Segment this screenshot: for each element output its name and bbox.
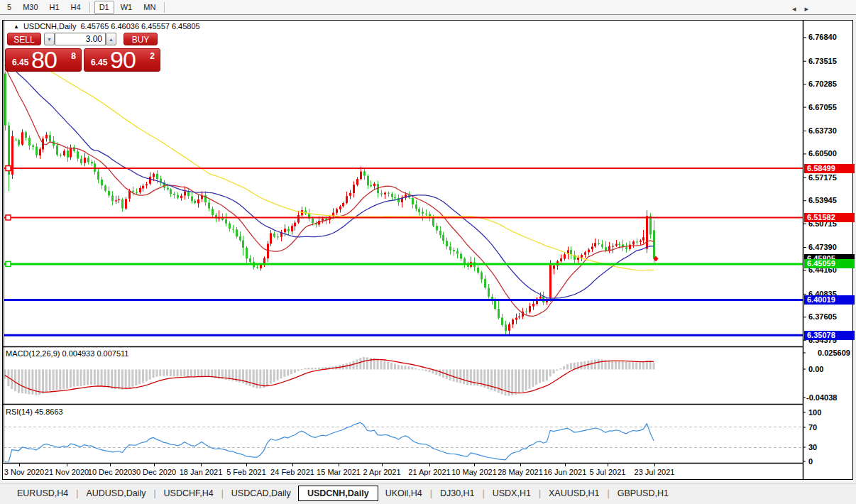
- rsi-axis-label: 30: [808, 443, 817, 452]
- price-tick-label: 6.76840: [808, 33, 837, 42]
- buy-price-prefix: 6.45: [91, 57, 107, 67]
- chart-symbol-period: USDCNH,Daily: [23, 22, 77, 31]
- buy-price-main: 90: [110, 46, 136, 74]
- date-tick-label: 18 Jan 2021: [180, 468, 223, 476]
- price-line-label: 6.40019: [804, 295, 855, 305]
- price-line-label: 6.45059: [804, 259, 855, 268]
- tab-scroll-arrows[interactable]: ◂▸: [792, 4, 817, 13]
- volume-decrease-button[interactable]: ▼: [44, 33, 55, 45]
- sell-price-pip: 8: [71, 51, 76, 61]
- date-tick-label: 21 Nov 2020: [45, 468, 89, 476]
- chart-tab-usdchf[interactable]: USDCHF,H4: [157, 486, 221, 500]
- price-tick-label: 6.70285: [808, 80, 837, 89]
- date-tick-label: 10 May 2021: [451, 468, 497, 476]
- price-tick-label: 6.60500: [808, 149, 837, 158]
- buy-button[interactable]: BUY: [124, 33, 158, 45]
- chart-ohlc-values: 6.45765 6.46036 6.45557 6.45805: [80, 22, 199, 31]
- rsi-axis-label: 0: [808, 457, 813, 466]
- rsi-axis-label: 70: [808, 423, 817, 432]
- sell-button[interactable]: SELL: [7, 33, 41, 45]
- one-click-trading-panel: SELL ▼ ▲ BUY 6.45 80 8 6.45 90 2: [5, 31, 162, 72]
- date-tick-label: 10 Dec 2020: [88, 468, 132, 476]
- rsi-indicator-label: RSI(14) 45.8663: [6, 407, 63, 416]
- date-tick-label: 30 Dec 2020: [132, 468, 176, 476]
- macd-axis-label: -0.04038: [806, 393, 837, 402]
- chart-tab-usdx[interactable]: USDX,H1: [485, 486, 538, 500]
- price-tick-label: 6.37605: [808, 312, 837, 322]
- sell-price-main: 80: [31, 46, 57, 74]
- chart-tab-usdcnh[interactable]: USDCNH,Daily: [298, 486, 378, 501]
- rsi-axis-label: 100: [808, 408, 821, 417]
- date-tick-label: 21 Apr 2021: [408, 468, 450, 476]
- buy-price-pip: 2: [150, 51, 155, 61]
- date-tick-label: 16 Jun 2021: [544, 468, 587, 476]
- chart-tab-bar: EURUSD,H4|AUDUSD,Daily|USDCHF,H4|USDCAD,…: [0, 483, 856, 502]
- price-tick-label: 6.53945: [808, 196, 837, 205]
- mt4-terminal: 5M30H1H4D1W1MN ▲ USDCNH,Daily 6.45765 6.…: [0, 0, 856, 504]
- price-tick-label: 6.73515: [808, 57, 837, 66]
- date-tick-label: 2 Apr 2021: [363, 468, 400, 476]
- price-line-label: 6.51582: [804, 213, 855, 222]
- price-tick-label: 6.57175: [808, 173, 837, 182]
- date-tick-label: 15 Mar 2021: [317, 468, 361, 476]
- buy-price-box[interactable]: 6.45 90 2: [84, 48, 160, 72]
- date-tick-label: 28 May 2021: [498, 468, 543, 476]
- macd-axis-label: 0.025609: [818, 349, 850, 358]
- chart-tab-usdcad[interactable]: USDCAD,Daily: [224, 486, 298, 500]
- sell-price-box[interactable]: 6.45 80 8: [5, 48, 82, 72]
- volume-increase-button[interactable]: ▲: [106, 33, 116, 45]
- sell-price-prefix: 6.45: [12, 57, 28, 67]
- chart-tab-audusd[interactable]: AUDUSD,Daily: [79, 486, 153, 500]
- macd-indicator-label: MACD(12,26,9) 0.004933 0.007511: [6, 349, 128, 358]
- chart-title: ▲ USDCNH,Daily 6.45765 6.46036 6.45557 6…: [13, 22, 200, 31]
- price-line-label: 6.58499: [804, 164, 855, 173]
- date-tick-label: 5 Feb 2021: [226, 468, 266, 476]
- chart-tab-xauusd[interactable]: XAUUSD,H1: [542, 486, 607, 500]
- price-tick-label: 6.47390: [808, 243, 837, 252]
- macd-axis-label: 0.00: [808, 365, 823, 374]
- chart-tab-ukoil[interactable]: UKOil,H4: [378, 486, 429, 500]
- price-tick-label: 6.63730: [808, 126, 837, 136]
- volume-input[interactable]: [55, 33, 106, 45]
- chart-tab-gbpusd[interactable]: GBPUSD,H1: [610, 486, 676, 500]
- date-tick-label: 23 Jul 2021: [635, 468, 675, 476]
- date-tick-label: 3 Nov 2020: [4, 468, 44, 476]
- collapse-panel-icon[interactable]: ▲: [13, 23, 19, 31]
- chart-tab-eurusd[interactable]: EURUSD,H4: [10, 486, 75, 500]
- date-tick-label: 5 Jul 2021: [590, 468, 626, 476]
- price-tick-label: 6.67055: [808, 103, 837, 112]
- date-tick-label: 24 Feb 2021: [270, 468, 314, 476]
- price-chart-canvas[interactable]: [0, 0, 856, 504]
- chart-tab-dj30[interactable]: DJ30,H1: [433, 486, 482, 500]
- price-line-label: 6.35078: [804, 331, 855, 340]
